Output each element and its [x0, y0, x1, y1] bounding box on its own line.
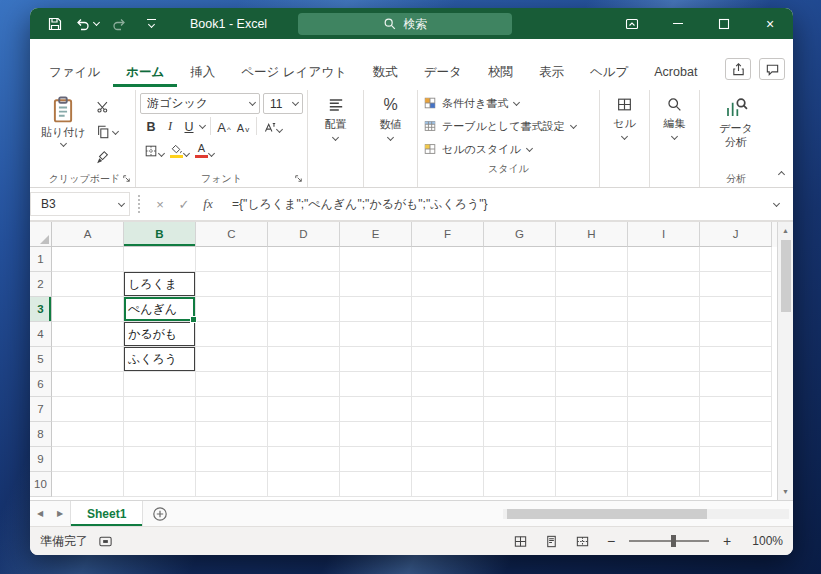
undo-dropdown-icon[interactable] — [92, 19, 99, 26]
zoom-out-button[interactable]: − — [602, 533, 620, 549]
cell-E5[interactable] — [340, 347, 412, 372]
cell-H2[interactable] — [556, 272, 628, 297]
cell-J7[interactable] — [700, 397, 772, 422]
cell-G2[interactable] — [484, 272, 556, 297]
page-break-preview-button[interactable] — [571, 531, 593, 551]
row-header-2[interactable]: 2 — [30, 272, 52, 297]
page-layout-view-button[interactable] — [540, 531, 562, 551]
save-button[interactable] — [42, 11, 68, 37]
next-sheet-icon[interactable]: ▶ — [50, 501, 70, 526]
cell-J1[interactable] — [700, 247, 772, 272]
cell-H4[interactable] — [556, 322, 628, 347]
previous-sheet-icon[interactable]: ◀ — [30, 501, 50, 526]
tab-review[interactable]: 校閲 — [475, 57, 526, 87]
scroll-down-icon[interactable]: ▼ — [778, 483, 793, 500]
cell-I5[interactable] — [628, 347, 700, 372]
vertical-scrollbar-thumb[interactable] — [781, 240, 791, 312]
copy-dropdown-icon[interactable] — [111, 127, 118, 134]
format-painter-button[interactable] — [92, 147, 123, 167]
zoom-slider-thumb[interactable] — [671, 535, 676, 547]
row-header-4[interactable]: 4 — [30, 322, 52, 347]
cell-J4[interactable] — [700, 322, 772, 347]
cell-F1[interactable] — [412, 247, 484, 272]
cell-C1[interactable] — [196, 247, 268, 272]
clipboard-dialog-launcher-icon[interactable] — [121, 173, 132, 184]
cell-G3[interactable] — [484, 297, 556, 322]
cell-C4[interactable] — [196, 322, 268, 347]
cell-H3[interactable] — [556, 297, 628, 322]
paste-button[interactable]: 貼り付け — [35, 90, 92, 170]
cell-D6[interactable] — [268, 372, 340, 397]
number-button[interactable]: % 数値 — [365, 90, 416, 142]
font-dialog-launcher-icon[interactable] — [293, 173, 304, 184]
column-header-B[interactable]: B — [124, 222, 196, 247]
cell-D7[interactable] — [268, 397, 340, 422]
paste-dropdown-icon[interactable] — [60, 140, 67, 147]
tab-insert[interactable]: 挿入 — [177, 57, 228, 87]
row-header-1[interactable]: 1 — [30, 247, 52, 272]
cell-B5[interactable]: ふくろう — [124, 347, 196, 372]
cell-C7[interactable] — [196, 397, 268, 422]
share-button[interactable] — [725, 58, 751, 80]
cell-E2[interactable] — [340, 272, 412, 297]
font-color-button[interactable]: A — [193, 140, 217, 160]
cell-E8[interactable] — [340, 422, 412, 447]
phonetic-guide-button[interactable] — [261, 116, 285, 136]
editing-button[interactable]: 編集 — [651, 90, 698, 141]
tab-view[interactable]: 表示 — [526, 57, 577, 87]
cell-J9[interactable] — [700, 447, 772, 472]
column-header-C[interactable]: C — [196, 222, 268, 247]
customize-quick-access-button[interactable] — [138, 11, 164, 37]
cell-I9[interactable] — [628, 447, 700, 472]
cell-A8[interactable] — [52, 422, 124, 447]
tab-acrobat[interactable]: Acrobat — [641, 57, 710, 87]
cancel-button[interactable]: × — [148, 192, 172, 216]
copy-button[interactable] — [92, 122, 123, 142]
cell-F6[interactable] — [412, 372, 484, 397]
underline-dropdown-icon[interactable] — [199, 121, 206, 128]
cell-A7[interactable] — [52, 397, 124, 422]
cell-G7[interactable] — [484, 397, 556, 422]
cell-G8[interactable] — [484, 422, 556, 447]
bold-button[interactable]: B — [142, 116, 160, 136]
search-box[interactable]: 検索 — [298, 13, 512, 35]
zoom-level-label[interactable]: 100% — [745, 534, 783, 548]
cell-A6[interactable] — [52, 372, 124, 397]
cell-J3[interactable] — [700, 297, 772, 322]
cell-F9[interactable] — [412, 447, 484, 472]
cell-H6[interactable] — [556, 372, 628, 397]
cell-D10[interactable] — [268, 472, 340, 497]
conditional-formatting-button[interactable]: 条件付き書式 — [423, 92, 594, 114]
cell-C10[interactable] — [196, 472, 268, 497]
cell-B2[interactable]: しろくま — [124, 272, 196, 297]
increase-font-size-button[interactable]: A^ — [215, 116, 233, 136]
cell-G6[interactable] — [484, 372, 556, 397]
cell-E3[interactable] — [340, 297, 412, 322]
macro-record-icon[interactable] — [98, 534, 113, 549]
cell-E4[interactable] — [340, 322, 412, 347]
cell-D3[interactable] — [268, 297, 340, 322]
cell-J8[interactable] — [700, 422, 772, 447]
cell-H9[interactable] — [556, 447, 628, 472]
cell-B1[interactable] — [124, 247, 196, 272]
cell-A4[interactable] — [52, 322, 124, 347]
horizontal-scrollbar[interactable] — [503, 501, 793, 526]
cell-J5[interactable] — [700, 347, 772, 372]
normal-view-button[interactable] — [509, 531, 531, 551]
undo-button[interactable] — [74, 11, 100, 37]
select-all-button[interactable] — [30, 222, 52, 247]
cell-B3[interactable]: ぺんぎん — [124, 297, 196, 322]
cell-D8[interactable] — [268, 422, 340, 447]
minimize-button[interactable] — [655, 8, 701, 39]
cell-J2[interactable] — [700, 272, 772, 297]
scroll-up-icon[interactable]: ▲ — [778, 222, 793, 239]
cell-A2[interactable] — [52, 272, 124, 297]
italic-button[interactable]: I — [161, 116, 179, 136]
cell-B10[interactable] — [124, 472, 196, 497]
cell-C5[interactable] — [196, 347, 268, 372]
cell-F7[interactable] — [412, 397, 484, 422]
comments-button[interactable] — [759, 58, 785, 80]
cell-C3[interactable] — [196, 297, 268, 322]
cell-I10[interactable] — [628, 472, 700, 497]
cell-C8[interactable] — [196, 422, 268, 447]
